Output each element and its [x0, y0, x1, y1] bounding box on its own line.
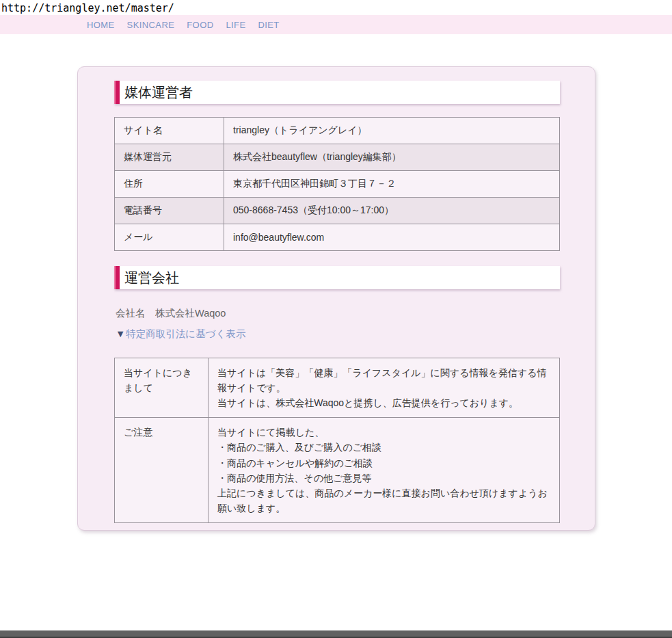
row-label: 当サイトにつきまして [115, 358, 209, 418]
section-title-text: 媒体運営者 [124, 81, 193, 104]
nav-item-skincare[interactable]: SKINCARE [127, 20, 175, 30]
table-row: 当サイトにつきまして 当サイトは「美容」「健康」「ライフスタイル」に関する情報を… [115, 358, 560, 418]
footer-bar [0, 630, 672, 638]
section-title-media-operator: 媒体運営者 [114, 81, 560, 104]
section-title-text: 運営会社 [124, 266, 179, 289]
site-notes-table: 当サイトにつきまして 当サイトは「美容」「健康」「ライフスタイル」に関する情報を… [114, 358, 560, 523]
section-title-operating-company: 運営会社 [114, 266, 560, 289]
media-operator-table: サイト名 triangley（トライアングレイ） 媒体運営元 株式会社beaut… [114, 117, 560, 251]
row-label: 媒体運営元 [115, 144, 224, 171]
nav-item-home[interactable]: HOME [87, 20, 115, 30]
row-label: 電話番号 [115, 198, 224, 224]
row-label: 住所 [115, 171, 224, 198]
row-label: サイト名 [115, 118, 224, 144]
triangle-down-icon: ▼ [116, 328, 125, 339]
sctl-link-row: ▼特定商取引法に基づく表示 [116, 328, 560, 341]
row-value: 株式会社beautyflew（triangley編集部） [224, 144, 560, 171]
sctl-disclosure-link[interactable]: 特定商取引法に基づく表示 [126, 328, 245, 339]
table-row: 住所 東京都千代田区神田錦町３丁目７－２ [115, 171, 560, 198]
main-nav: HOME SKINCARE FOOD LIFE DIET [0, 15, 672, 34]
nav-item-life[interactable]: LIFE [226, 20, 245, 30]
row-label: ご注意 [115, 418, 209, 523]
row-value: 050-8668-7453（受付10:00～17:00） [224, 198, 560, 224]
table-row: サイト名 triangley（トライアングレイ） [115, 118, 560, 144]
row-value: 東京都千代田区神田錦町３丁目７－２ [224, 171, 560, 198]
row-label: メール [115, 224, 224, 251]
company-name-line: 会社名 株式会社Waqoo [116, 307, 560, 320]
nav-item-diet[interactable]: DIET [258, 20, 280, 30]
nav-item-food[interactable]: FOOD [187, 20, 213, 30]
row-value: 当サイトは「美容」「健康」「ライフスタイル」に関する情報を発信する情報サイトです… [209, 358, 560, 418]
row-value: 当サイトにて掲載した、 ・商品のご購入、及びご購入のご相談 ・商品のキャンセルや… [209, 418, 560, 523]
row-value: info@beautyflew.com [224, 224, 560, 251]
content-card: 媒体運営者 サイト名 triangley（トライアングレイ） 媒体運営元 株式会… [77, 66, 595, 531]
row-value: triangley（トライアングレイ） [224, 118, 560, 144]
page-url-text: http://triangley.net/master/ [0, 0, 672, 15]
table-row: 電話番号 050-8668-7453（受付10:00～17:00） [115, 198, 560, 224]
table-row: ご注意 当サイトにて掲載した、 ・商品のご購入、及びご購入のご相談 ・商品のキャ… [115, 418, 560, 523]
table-row: 媒体運営元 株式会社beautyflew（triangley編集部） [115, 144, 560, 171]
title-accent-bar [114, 266, 120, 289]
table-row: メール info@beautyflew.com [115, 224, 560, 251]
title-accent-bar [114, 81, 120, 104]
